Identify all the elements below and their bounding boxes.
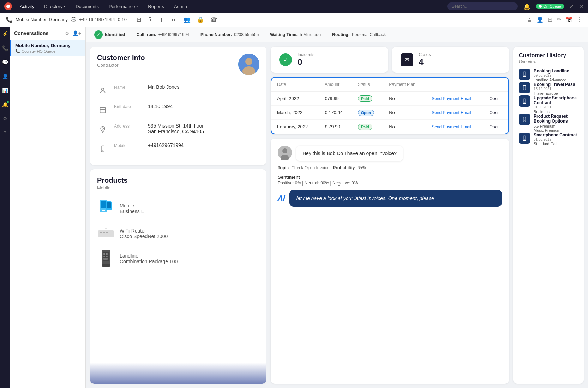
svg-rect-30 bbox=[103, 258, 108, 260]
conversation-queue: Cognigy HQ Queue bbox=[22, 49, 55, 53]
settings-icon[interactable]: ⚙ bbox=[65, 30, 70, 36]
check-icon: ✓ bbox=[279, 53, 292, 66]
topic-label: Topic: bbox=[278, 165, 290, 170]
nav-admin[interactable]: Admin bbox=[172, 2, 189, 11]
conversation-item-title: Mobile Number, Germany bbox=[15, 43, 81, 48]
history-item[interactable]: Smartphone Contract 01.05.2019 Standard … bbox=[519, 133, 578, 146]
mute-button[interactable]: 🎙 bbox=[146, 15, 155, 24]
invoice-action[interactable]: Send Payment Email bbox=[426, 92, 484, 106]
nav-directory[interactable]: Directory ▾ bbox=[42, 2, 68, 11]
identified-status: Identified bbox=[105, 32, 125, 37]
nav-documents[interactable]: Documents bbox=[73, 2, 101, 11]
name-value: Mr. Bob Jones bbox=[148, 84, 180, 90]
svg-rect-13 bbox=[102, 210, 105, 211]
call-from-value: +491629671994 bbox=[158, 32, 189, 37]
grid-button[interactable]: ⊞ bbox=[135, 15, 143, 24]
conference-button[interactable]: 👥 bbox=[182, 15, 192, 24]
conversations-header: Conversations ⚙ 👤+ bbox=[10, 27, 85, 40]
mobile-label: Mobile bbox=[114, 142, 142, 148]
history-item-info: Product Request Booking Options 5G Premi… bbox=[534, 114, 578, 133]
ai-icon: ΛI bbox=[278, 194, 285, 203]
chat-icon: 💬 bbox=[71, 17, 76, 22]
metrics-row: ✓ Incidents 0 ✉ Cases 4 bbox=[271, 47, 509, 73]
edit-icon[interactable]: ✏ bbox=[557, 16, 561, 23]
sidebar-icon-settings[interactable]: ⚙ bbox=[1, 114, 9, 123]
invoice-plan: No bbox=[383, 92, 426, 106]
customer-info-subtitle: Contractor bbox=[97, 63, 145, 68]
on-queue-badge: On Queue bbox=[536, 4, 564, 9]
cases-info: Cases 4 bbox=[419, 52, 431, 67]
left-column: Customer Info Contractor bbox=[90, 47, 266, 384]
products-subtitle: Mobile bbox=[97, 185, 128, 190]
topic-value: Check Open Invoice bbox=[291, 165, 329, 170]
user-avatar bbox=[278, 146, 292, 160]
identified-badge: ✓ Identified bbox=[94, 30, 125, 39]
monitor-icon[interactable]: 🖥 bbox=[527, 17, 532, 23]
invoice-amount: €79.99 bbox=[319, 92, 352, 106]
pause-button[interactable]: ⏸ bbox=[158, 15, 167, 24]
lock-button[interactable]: 🔒 bbox=[196, 15, 205, 24]
history-item-info: Booking Landline 09.05.2022 Landline Adv… bbox=[534, 69, 569, 82]
bell-icon[interactable]: 🔔 bbox=[523, 3, 530, 10]
invoice-status: Paid bbox=[352, 120, 384, 134]
user-icon[interactable]: 👤 bbox=[536, 16, 544, 23]
col-status: Status bbox=[352, 78, 384, 92]
add-icon[interactable]: 👤+ bbox=[72, 30, 81, 36]
caller-number: +49 162 9671994 bbox=[79, 17, 115, 22]
nav-reports[interactable]: Reports bbox=[146, 2, 166, 11]
location-icon bbox=[97, 124, 108, 135]
cases-value: 4 bbox=[419, 57, 431, 67]
product-router-info: WiFi-Router Cisco SpeedNet 2000 bbox=[120, 228, 168, 239]
middle-column: ✓ Incidents 0 ✉ Cases 4 bbox=[271, 47, 509, 384]
sidebar-icon-activity[interactable]: ⚡ bbox=[1, 30, 10, 38]
invoice-action[interactable]: Send Payment Email bbox=[426, 106, 484, 120]
chat-card: Hey this is Bob Do I have an open invoic… bbox=[271, 139, 509, 384]
nav-performance[interactable]: Performance ▾ bbox=[107, 2, 140, 11]
invoice-action[interactable]: Send Payment Email bbox=[426, 120, 484, 134]
conversation-item[interactable]: Mobile Number, Germany 📞 Cognigy HQ Queu… bbox=[10, 40, 85, 56]
svg-rect-37 bbox=[523, 85, 526, 90]
invoice-open-link[interactable]: Open bbox=[484, 92, 508, 106]
birthdate-value: 14.10.1994 bbox=[148, 104, 173, 109]
end-call-button[interactable]: ☎ bbox=[209, 15, 219, 24]
history-items: Booking Landline 09.05.2022 Landline Adv… bbox=[519, 69, 578, 146]
history-item[interactable]: Booking Travel Pass 15.12.2021 Travel Eu… bbox=[519, 82, 578, 95]
invoice-open-link[interactable]: Open bbox=[484, 106, 508, 120]
sidebar-icon-notifications[interactable]: 🔔 bbox=[1, 100, 10, 109]
left-icon-bar: ⚡ 📞 💬 👤 📊 🔔 ⚙ ? bbox=[0, 27, 10, 388]
sidebar-icon-phone[interactable]: 📞 bbox=[1, 44, 10, 52]
close-icon[interactable]: ✕ bbox=[580, 4, 584, 9]
calendar-icon[interactable]: 📅 bbox=[565, 16, 572, 23]
address-value: 535 Mission St, 14th floor San Francisco… bbox=[148, 123, 204, 134]
mobile-row: Mobile +491629671994 bbox=[97, 139, 259, 158]
search-input[interactable] bbox=[447, 2, 518, 10]
sidebar-icon-contacts[interactable]: 👤 bbox=[1, 72, 10, 81]
mobile-value: +491629671994 bbox=[148, 142, 184, 148]
status-badge: Open bbox=[358, 110, 374, 116]
product-item-router: WiFi-Router Cisco SpeedNet 2000 bbox=[97, 221, 259, 246]
nav-activity[interactable]: Activity bbox=[18, 2, 36, 11]
more-icon[interactable]: ⋮ bbox=[577, 16, 582, 23]
history-item[interactable]: Upgrade Smartphone Contract 01.05.2021 B… bbox=[519, 95, 578, 114]
history-item[interactable]: Product Request Booking Options 5G Premi… bbox=[519, 114, 578, 133]
mobile-product-icon bbox=[97, 200, 115, 217]
table-row: February, 2022 € 79.99 Paid No Send Paym… bbox=[271, 120, 508, 134]
svg-point-21 bbox=[106, 228, 107, 229]
invoice-open-link[interactable]: Open bbox=[484, 120, 508, 134]
layout-icon[interactable]: ⊟ bbox=[548, 16, 552, 23]
probability-label: Probability: bbox=[333, 165, 356, 170]
expand-icon[interactable]: ⤢ bbox=[570, 4, 574, 9]
forward-button[interactable]: ⏭ bbox=[170, 15, 179, 24]
products-title-group: Products Mobile bbox=[97, 176, 128, 190]
col-date: Date bbox=[271, 78, 319, 92]
invoice-status: Open bbox=[352, 106, 384, 120]
sidebar-icon-chat[interactable]: 💬 bbox=[1, 58, 10, 66]
probability-value: 65% bbox=[358, 165, 366, 170]
history-item[interactable]: Booking Landline 09.05.2022 Landline Adv… bbox=[519, 69, 578, 82]
col-link bbox=[484, 78, 508, 92]
svg-point-1 bbox=[245, 58, 252, 65]
conversations-header-icons: ⚙ 👤+ bbox=[65, 30, 81, 36]
history-icon bbox=[519, 95, 530, 107]
sidebar-icon-help[interactable]: ? bbox=[2, 129, 8, 137]
sidebar-icon-reports[interactable]: 📊 bbox=[1, 86, 10, 95]
